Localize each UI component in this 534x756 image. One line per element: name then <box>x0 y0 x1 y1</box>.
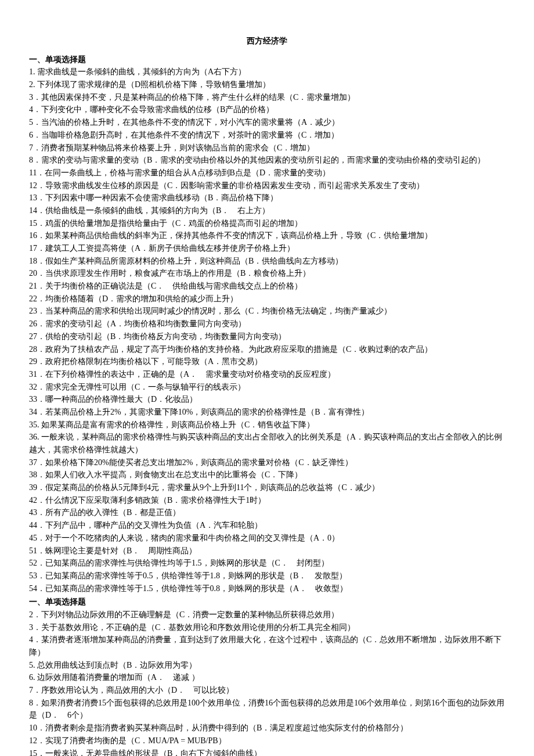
question-item: 15．鸡蛋的供给量增加是指供给量由于（C．鸡蛋的价格提高而引起的增加） <box>29 217 505 230</box>
question-item: 7．序数效用论认为，商品效用的大小（D． 可以比较） <box>29 684 505 697</box>
question-item: 34．若某商品价格上升2%，其需求量下降10%，则该商品的需求的价格弹性是（B．… <box>29 406 505 419</box>
question-item: 11．在同一条曲线上，价格与需求量的组合从A点移动到B点是（D．需求量的变动） <box>29 167 505 179</box>
question-item: 13．下列因素中哪一种因素不会使需求曲线移动（B．商品价格下降） <box>29 192 505 204</box>
question-item: 35. 如果某商品是富有需求的价格弹性，则该商品价格上升（C．销售收益下降） <box>29 419 505 431</box>
question-item: 10．消费者剩余是指消费者购买某种商品时，从消费中得到的（B．满足程度超过他实际… <box>29 722 505 735</box>
page-title: 西方经济学 <box>29 35 505 48</box>
question-item: 29．政府把价格限制在均衡价格以下，可能导致（A．黑市交易） <box>29 355 505 368</box>
question-item: 51．蛛网理论主要是针对（B． 周期性商品） <box>29 545 505 557</box>
question-item: 6. 边际效用随着消费量的增加而（A． 递减 ） <box>29 671 505 684</box>
question-item: 2. 下列体现了需求规律的是（D照相机价格下降，导致销售量增加） <box>29 78 505 91</box>
section-2-list: 2．下列对物品边际效用的不正确理解是（C．消费一定数量的某种物品所获得总效用）3… <box>29 609 505 756</box>
question-item: 1. 需求曲线是一条倾斜的曲线，其倾斜的方向为（A右下方） <box>29 66 505 78</box>
question-item: 5. 总效用曲线达到顶点时（B．边际效用为零） <box>29 659 505 672</box>
question-item: 26．需求的变动引起（A．均衡价格和均衡数量同方向变动） <box>29 318 505 330</box>
question-item: 8．如果消费者消费15个面包获得的总效用是100个效用单位，消费16个面包获得的… <box>29 697 505 722</box>
section-1-heading: 一、单项选择题 <box>29 53 505 66</box>
question-item: 2．下列对物品边际效用的不正确理解是（C．消费一定数量的某种物品所获得总效用） <box>29 609 505 621</box>
question-item: 17．建筑工人工资提高将使（A．新房子供给曲线左移并使房子价格上升） <box>29 242 505 255</box>
question-item: 31．在下列价格弹性的表达中，正确的是（A． 需求量变动对价格变动的反应程度） <box>29 368 505 381</box>
question-item: 37．如果价格下降20%能使买者总支出增加2%，则该商品的需求量对价格（C．缺乏… <box>29 456 505 469</box>
question-item: 7．消费者预期某种物品将来价格要上升，则对该物品当前的需求会（C．增加） <box>29 142 505 154</box>
question-item: 42．什么情况下应采取薄利多销政策（B．需求价格弹性大于1时） <box>29 494 505 507</box>
question-item: 8．需求的变动与需求量的变动（B．需求的变动由价格以外的其他因素的变动所引起的，… <box>29 154 505 167</box>
question-item: 33．哪一种商品的价格弹性最大（D．化妆品） <box>29 393 505 406</box>
question-item: 38．如果人们收入水平提高，则食物支出在总支出中的比重将会（C．下降） <box>29 469 505 481</box>
question-item: 6．当咖啡价格急剧升高时，在其他条件不变的情况下，对茶叶的需求量将（C．增加） <box>29 129 505 142</box>
question-item: 53．已知某商品的需求弹性等于0.5，供给弹性等于1.8，则蛛网的形状是（B． … <box>29 570 505 582</box>
section-2-heading: 一、单项选择题 <box>29 596 505 609</box>
question-item: 44．下列产品中，哪种产品的交叉弹性为负值（A．汽车和轮胎） <box>29 519 505 532</box>
question-item: 32．需求完全无弹性可以用（C．一条与纵轴平行的线表示） <box>29 381 505 394</box>
question-item: 3．关于基数效用论，不正确的是（C．基数效用论和序数效用论使用的分析工具完全相同… <box>29 621 505 634</box>
question-item: 45．对于一个不吃猪肉的人来说，猪肉的需求量和牛肉价格之间的交叉弹性是（A．0） <box>29 532 505 545</box>
question-item: 23．当某种商品的需求和供给出现同时减少的情况时，那么（C．均衡价格无法确定，均… <box>29 305 505 318</box>
question-item: 27．供给的变动引起（B．均衡价格反方向变动，均衡数量同方向变动） <box>29 330 505 343</box>
question-item: 28．政府为了扶植农产品，规定了高于均衡价格的支持价格。为此政府应采取的措施是（… <box>29 343 505 356</box>
section-1-list: 1. 需求曲线是一条倾斜的曲线，其倾斜的方向为（A右下方）2. 下列体现了需求规… <box>29 66 505 595</box>
question-item: 36. 一般来说，某种商品的需求价格弹性与购买该种商品的支出占全部收入的比例关系… <box>29 431 505 456</box>
question-item: 18．假如生产某种商品所需原材料的价格上升，则这种商品（B．供给曲线向左方移动） <box>29 255 505 268</box>
question-item: 43．所有产品的收入弹性（B．都是正值） <box>29 506 505 519</box>
question-item: 16．如果某种商品供给曲线的斜率为正，保持其他条件不变的情况下，该商品价格上升，… <box>29 229 505 242</box>
question-item: 12．实现了消费者均衡的是（C．MUA/PA = MUB/PB） <box>29 735 505 747</box>
question-item: 39．假定某商品的价格从5元降到4元，需求量从9个上升到11个，则该商品的总收益… <box>29 481 505 494</box>
question-item: 52．已知某商品的需求弹性与供给弹性均等于1.5，则蛛网的形状是（C． 封闭型） <box>29 557 505 570</box>
question-item: 3．其他因素保持不变，只是某种商品的价格下降，将产生什么样的结果（C．需求量增加… <box>29 91 505 104</box>
question-item: 5．当汽油的价格上升时，在其他条件不变的情况下，对小汽车的需求量将（A．减少） <box>29 116 505 129</box>
question-item: 12．导致需求曲线发生位移的原因是（C．因影响需求量的非价格因素发生变动，而引起… <box>29 179 505 192</box>
question-item: 20．当供求原理发生作用时，粮食减产在市场上的作用是（B．粮食价格上升） <box>29 267 505 280</box>
question-item: 14．供给曲线是一条倾斜的曲线，其倾斜的方向为（B． 右上方） <box>29 204 505 217</box>
question-item: 22．均衡价格随着（D．需求的增加和供给的减少而上升） <box>29 293 505 305</box>
question-item: 15．一般来说，无差异曲线的形状是（B．向右下方倾斜的曲线） <box>29 747 505 757</box>
question-item: 21．关于均衡价格的正确说法是（C． 供给曲线与需求曲线交点上的价格） <box>29 280 505 293</box>
question-item: 54．已知某商品的需求弹性等于1.5，供给弹性等于0.8，则蛛网的形状是（A． … <box>29 582 505 595</box>
question-item: 4．某消费者逐渐增加某种商品的消费量，直到达到了效用最大化，在这个过程中，该商品… <box>29 633 505 658</box>
question-item: 4．下列变化中，哪种变化不会导致需求曲线的位移（B产品的价格） <box>29 103 505 116</box>
